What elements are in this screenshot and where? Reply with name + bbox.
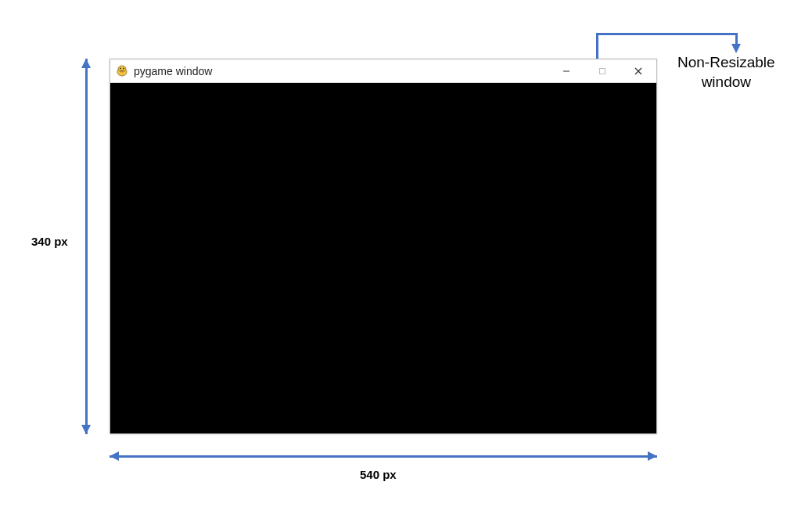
minimize-button[interactable] <box>548 59 584 82</box>
window-title: pygame window <box>134 65 548 77</box>
callout-connector <box>596 33 737 35</box>
callout-line2: window <box>702 74 751 90</box>
pygame-icon <box>115 64 129 78</box>
maximize-button <box>584 59 620 82</box>
callout-annotation: Non-Resizable window <box>677 53 775 92</box>
arrow-right-icon <box>648 451 657 461</box>
pygame-window: pygame window <box>110 59 657 434</box>
height-dimension-line <box>85 59 88 434</box>
callout-connector <box>596 33 598 59</box>
arrow-left-icon <box>110 451 119 461</box>
callout-line1: Non-Resizable <box>677 54 775 70</box>
arrow-down-icon <box>731 44 741 53</box>
arrow-up-icon <box>81 59 91 68</box>
width-label: 540 px <box>360 468 397 481</box>
height-label: 340 px <box>31 235 68 248</box>
svg-rect-5 <box>600 68 605 74</box>
svg-point-3 <box>123 67 124 69</box>
arrow-down-icon <box>81 425 91 434</box>
width-dimension-line <box>110 455 657 458</box>
svg-point-2 <box>120 67 121 69</box>
titlebar[interactable]: pygame window <box>110 59 656 83</box>
client-area <box>110 83 656 433</box>
close-button[interactable] <box>620 59 656 82</box>
window-controls <box>548 59 656 82</box>
